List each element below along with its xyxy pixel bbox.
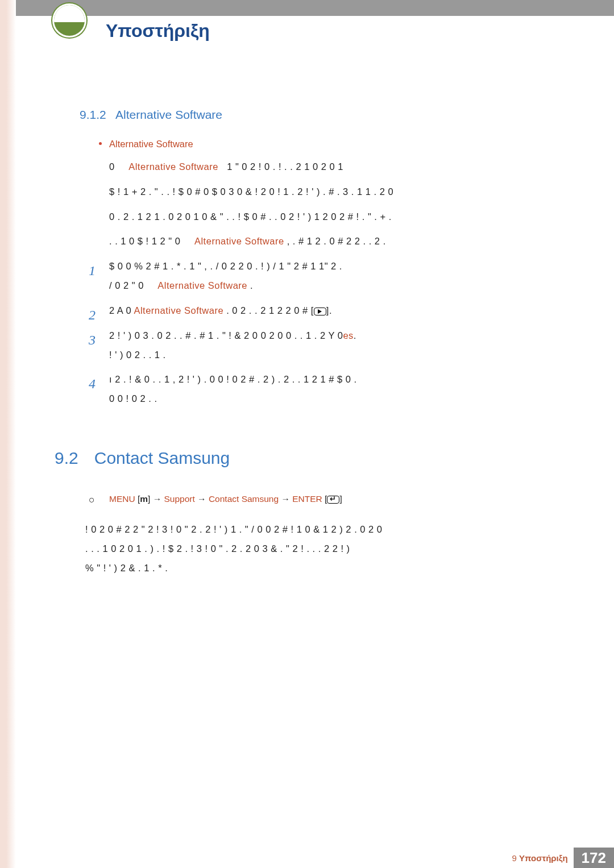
text-fragment: . . 1 0 $ ! 1 2 " 0	[109, 236, 180, 246]
top-gray-bar	[16, 0, 614, 16]
header-title: Υποστήριξη	[106, 20, 210, 41]
text-fragment: ].	[326, 305, 332, 315]
text-line: % " ! ' ) 2 & . 1 . * .	[85, 559, 557, 578]
step-number: 1	[89, 257, 96, 285]
section-title: Contact Samsung	[94, 448, 230, 468]
step-number: 4	[89, 370, 96, 398]
footer: 9 Υποστήριξη 172	[53, 848, 614, 868]
step-2: 2 2 A 0 Alternative Software . 0 2 . . 2…	[92, 301, 557, 321]
section-92-body: ! 0 2 0 # 2 2 " 2 ! 3 ! 0 " 2 . 2 ! ' ) …	[85, 520, 557, 578]
chapter-circle-icon	[52, 3, 86, 38]
text-fragment: 0 0 ! 0 2 . .	[109, 393, 157, 404]
m-icon: m	[140, 494, 148, 504]
circle-icon: ○	[89, 494, 95, 506]
inline-link: es	[343, 330, 353, 340]
step-4: 4 ı 2 . ! & 0 . . 1 , 2 ! ' ) . 0 0 ! 0 …	[92, 370, 557, 409]
text-fragment: 2 ! ' ) 0 3 . 0 2 . . # . # 1 . " ! & 2 …	[109, 330, 343, 340]
paragraph-1: 0 Alternative Software 1 " 0 2 ! 0 . ! .…	[109, 157, 557, 177]
footer-chapter-title: Υποστήριξη	[519, 853, 568, 863]
paragraph-4: . . 1 0 $ ! 1 2 " 0 Alternative Software…	[109, 232, 557, 251]
text-line: . . . 1 0 2 0 1 . ) . ! $ 2 . ! 3 ! 0 " …	[85, 539, 557, 559]
text-fragment: 0	[109, 161, 115, 172]
menu-label: MENU	[109, 494, 135, 504]
footer-chapter-num: 9	[512, 853, 516, 863]
step-3: 3 2 ! ' ) 0 3 . 0 2 . . # . # 1 . " ! & …	[92, 326, 557, 365]
text-fragment: ! ' ) 0 2 . . 1 .	[109, 350, 166, 360]
inline-link: Alternative Software	[194, 236, 284, 246]
paragraph-3: 0 . 2 . 1 2 1 . 0 2 0 1 0 & " . . ! $ 0 …	[109, 207, 557, 227]
paragraph-2: $ ! 1 + 2 . " . . ! $ 0 # 0 $ 0 3 0 & ! …	[109, 182, 557, 202]
enter-icon	[327, 496, 339, 504]
text-fragment: $ 0 0 % 2 # 1 . * . 1 " , . / 0 2 2 0 . …	[109, 261, 342, 271]
menu-path: ○ MENU [m] → Support → Contact Samsung →…	[92, 494, 557, 504]
text-fragment: , . # 1 2 . 0 # 2 2 . . 2 .	[287, 236, 386, 246]
bullet-dot-icon	[99, 142, 102, 145]
support-label: Support	[164, 494, 194, 504]
inline-link: Alternative Software	[134, 305, 223, 315]
text-fragment: . 0 2 . . 2 1 2 2 0 # [	[226, 305, 314, 315]
page-number: 172	[574, 848, 614, 868]
contact-label: Contact Samsung	[209, 494, 279, 504]
text-fragment: ı 2 . ! & 0 . . 1 , 2 ! ' ) . 0 0 ! 0 2 …	[109, 374, 357, 384]
text-line: ! 0 2 0 # 2 2 " 2 ! 3 ! 0 " 2 . 2 ! ' ) …	[85, 520, 557, 539]
section-92-heading: 9.2 Contact Samsung	[55, 448, 557, 468]
inline-link: Alternative Software	[128, 161, 218, 172]
bullet-item: Alternative Software	[109, 139, 557, 149]
left-accent-bar	[0, 0, 16, 868]
text-fragment: 2 A 0	[109, 305, 131, 315]
text-fragment: 1 " 0 2 ! 0 . ! . . 2 1 0 2 0 1	[227, 161, 343, 172]
section-number: 9.1.2	[80, 108, 106, 121]
content-area: 9.1.2 Alternative Software Alternative S…	[80, 108, 557, 578]
text-fragment: .	[354, 330, 356, 340]
inline-link: Alternative Software	[157, 280, 247, 290]
step-number: 3	[89, 326, 96, 354]
section-number: 9.2	[55, 448, 78, 468]
play-icon	[314, 308, 326, 315]
enter-label: ENTER	[292, 494, 322, 504]
step-1: 1 $ 0 0 % 2 # 1 . * . 1 " , . / 0 2 2 0 …	[92, 257, 557, 296]
section-92: 9.2 Contact Samsung ○ MENU [m] → Support…	[80, 448, 557, 578]
step-number: 2	[89, 301, 96, 329]
section-912-heading: 9.1.2 Alternative Software	[80, 108, 557, 122]
bullet-text: Alternative Software	[109, 139, 193, 149]
footer-chapter: 9 Υποστήριξη	[512, 848, 573, 868]
text-fragment: / 0 2 " 0	[109, 280, 144, 290]
section-title: Alternative Software	[115, 108, 222, 121]
text-fragment: .	[250, 280, 253, 290]
